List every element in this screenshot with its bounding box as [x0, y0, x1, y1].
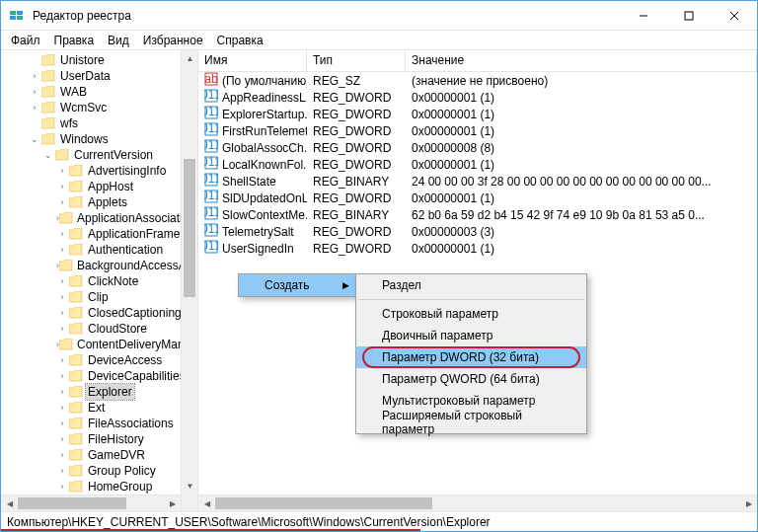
- tree-item[interactable]: ›BackgroundAccessApplications: [1, 258, 197, 273]
- chevron-down-icon[interactable]: ⌄: [29, 131, 40, 147]
- list-item[interactable]: 011SlowContextMe...REG_BINARY62 b0 6a 59…: [198, 206, 757, 223]
- app-icon: [9, 8, 25, 24]
- value-type: REG_DWORD: [307, 141, 406, 155]
- list-item[interactable]: 011SlDUpdatedOnL...REG_DWORD0x00000001 (…: [198, 190, 757, 206]
- tree-item[interactable]: ›AdvertisingInfo: [1, 163, 197, 179]
- tree-item[interactable]: Unistore: [1, 52, 197, 68]
- menu-file[interactable]: Файл: [5, 32, 46, 49]
- chevron-right-icon[interactable]: ›: [56, 384, 68, 400]
- tree-item-label: wfs: [58, 115, 80, 131]
- chevron-right-icon[interactable]: ›: [56, 400, 68, 416]
- ctx-item[interactable]: Параметр DWORD (32 бита): [356, 346, 586, 368]
- maximize-button[interactable]: [666, 1, 712, 30]
- tree-item[interactable]: ›Ext: [1, 400, 197, 416]
- chevron-right-icon[interactable]: ›: [56, 242, 68, 258]
- menu-edit[interactable]: Правка: [48, 32, 101, 49]
- chevron-right-icon[interactable]: ›: [29, 84, 40, 100]
- menu-favorites[interactable]: Избранное: [137, 32, 209, 49]
- value-name: UserSignedIn: [222, 242, 294, 256]
- list-item[interactable]: 011FirstRunTelemet...REG_DWORD0x00000001…: [198, 122, 757, 139]
- tree-item[interactable]: wfs: [1, 115, 197, 131]
- chevron-right-icon[interactable]: ›: [56, 273, 68, 289]
- list-item[interactable]: 011ShellStateREG_BINARY24 00 00 00 3f 28…: [198, 173, 757, 190]
- chevron-right-icon[interactable]: ›: [56, 479, 68, 494]
- chevron-right-icon[interactable]: ›: [56, 463, 68, 479]
- col-name[interactable]: Имя: [198, 50, 307, 71]
- tree-item[interactable]: ›ClickNote: [1, 273, 197, 289]
- menu-view[interactable]: Вид: [102, 32, 135, 49]
- chevron-right-icon[interactable]: ›: [56, 368, 68, 384]
- chevron-right-icon[interactable]: ›: [56, 321, 68, 337]
- chevron-right-icon[interactable]: ›: [56, 305, 68, 321]
- tree-item[interactable]: ›AppHost: [1, 179, 197, 194]
- ctx-item[interactable]: Двоичный параметр: [356, 325, 586, 346]
- chevron-right-icon[interactable]: ›: [29, 100, 40, 115]
- binary-icon: 011: [204, 206, 218, 223]
- chevron-right-icon[interactable]: ›: [29, 68, 40, 84]
- ctx-item[interactable]: Раздел: [356, 274, 586, 296]
- chevron-right-icon[interactable]: ›: [56, 163, 68, 179]
- tree-item[interactable]: ›Explorer: [1, 384, 197, 400]
- value-name: GlobalAssocCh...: [222, 141, 307, 155]
- tree-item[interactable]: ›FileAssociations: [1, 416, 197, 431]
- folder-icon: [68, 306, 84, 320]
- folder-icon: [68, 274, 84, 288]
- tree-item[interactable]: ›CloudStore: [1, 321, 197, 337]
- tree-item[interactable]: ⌄CurrentVersion: [1, 147, 197, 163]
- col-value[interactable]: Значение: [406, 50, 757, 71]
- value-name: TelemetrySalt: [222, 225, 294, 239]
- svg-rect-1: [17, 11, 23, 15]
- tree-item[interactable]: ⌄Windows: [1, 131, 197, 147]
- chevron-right-icon[interactable]: ›: [56, 447, 68, 463]
- list-item[interactable]: 011AppReadinessL...REG_DWORD0x00000001 (…: [198, 89, 757, 106]
- list-item[interactable]: 011LocalKnownFol...REG_DWORD0x00000001 (…: [198, 156, 757, 173]
- col-type[interactable]: Тип: [307, 50, 406, 71]
- chevron-right-icon[interactable]: ›: [56, 431, 68, 447]
- ctx-item-label: Расширяемый строковый параметр: [382, 409, 568, 436]
- binary-icon: 011: [204, 223, 218, 240]
- minimize-button[interactable]: [621, 1, 666, 30]
- ctx-item[interactable]: Параметр QWORD (64 бита): [356, 368, 586, 390]
- tree-hscrollbar[interactable]: ◀ ▶: [1, 494, 181, 511]
- chevron-right-icon[interactable]: ›: [56, 226, 68, 242]
- tree-item[interactable]: ›DeviceCapabilities: [1, 368, 197, 384]
- tree-item[interactable]: ›WcmSvc: [1, 100, 197, 115]
- string-icon: ab: [204, 72, 218, 89]
- tree-item[interactable]: ›ApplicationAssociationToasts: [1, 210, 197, 226]
- list-item[interactable]: 011UserSignedInREG_DWORD0x00000001 (1): [198, 240, 757, 257]
- close-button[interactable]: [712, 1, 757, 30]
- tree-item[interactable]: ›Applets: [1, 194, 197, 210]
- list-item[interactable]: 011GlobalAssocCh...REG_DWORD0x00000008 (…: [198, 139, 757, 156]
- tree-item[interactable]: ›GameDVR: [1, 447, 197, 463]
- tree-pane[interactable]: Unistore›UserData›WAB›WcmSvcwfs⌄Windows⌄…: [1, 50, 198, 511]
- folder-icon: [68, 227, 84, 241]
- chevron-down-icon[interactable]: ⌄: [42, 147, 54, 163]
- tree-vscrollbar[interactable]: ▲ ▼: [181, 50, 197, 511]
- tree-item[interactable]: ›Authentication: [1, 242, 197, 258]
- chevron-right-icon[interactable]: ›: [56, 179, 68, 194]
- tree-item[interactable]: ›Clip: [1, 289, 197, 305]
- tree-item[interactable]: ›Group Policy: [1, 463, 197, 479]
- ctx-item[interactable]: Расширяемый строковый параметр: [356, 412, 586, 433]
- chevron-right-icon[interactable]: ›: [56, 352, 68, 368]
- chevron-right-icon[interactable]: ›: [56, 416, 68, 431]
- svg-text:011: 011: [204, 206, 218, 219]
- tree-item[interactable]: ›ClosedCaptioning: [1, 305, 197, 321]
- ctx-create[interactable]: Создать ▶: [239, 274, 355, 296]
- chevron-right-icon[interactable]: ›: [56, 289, 68, 305]
- value-type: REG_DWORD: [307, 91, 406, 105]
- tree-item[interactable]: ›FileHistory: [1, 431, 197, 447]
- tree-item[interactable]: ›DeviceAccess: [1, 352, 197, 368]
- ctx-item[interactable]: Строковый параметр: [356, 303, 586, 325]
- tree-item[interactable]: ›ContentDeliveryManager: [1, 337, 197, 352]
- tree-item[interactable]: ›ApplicationFrame: [1, 226, 197, 242]
- list-item[interactable]: ab(По умолчанию)REG_SZ(значение не присв…: [198, 72, 757, 89]
- tree-item[interactable]: ›WAB: [1, 84, 197, 100]
- tree-item[interactable]: ›UserData: [1, 68, 197, 84]
- list-item[interactable]: 011TelemetrySaltREG_DWORD0x00000003 (3): [198, 223, 757, 240]
- list-hscrollbar[interactable]: ◀ ▶: [198, 494, 757, 511]
- menu-help[interactable]: Справка: [211, 32, 269, 49]
- chevron-right-icon[interactable]: ›: [56, 194, 68, 210]
- list-item[interactable]: 011ExplorerStartup...REG_DWORD0x00000001…: [198, 106, 757, 122]
- tree-item[interactable]: ›HomeGroup: [1, 479, 197, 494]
